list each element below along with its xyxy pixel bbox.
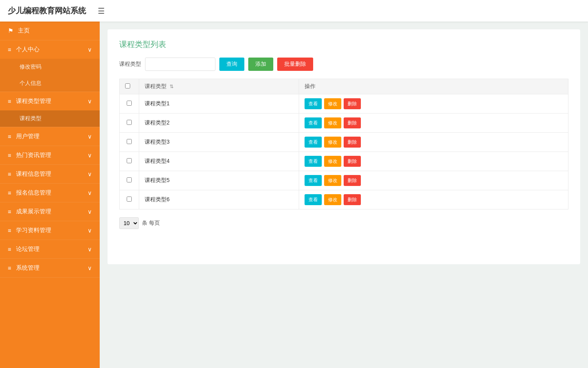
- row-checkbox[interactable]: [127, 139, 132, 144]
- row-course-type: 课程类型5: [139, 171, 299, 190]
- sidebar-group-personal: ≡ 个人中心 ∨ 修改密码 个人信息: [0, 40, 100, 92]
- sidebar-item-change-password[interactable]: 修改密码: [0, 59, 100, 75]
- row-checkbox[interactable]: [127, 101, 132, 106]
- sidebar-group-system-label: 系统管理: [16, 264, 39, 272]
- select-all-checkbox[interactable]: [125, 83, 130, 88]
- sidebar-group-system: ≡ 系统管理 ∨: [0, 259, 100, 278]
- sidebar-group-study-resource-header[interactable]: ≡ 学习资料管理 ∨: [0, 221, 100, 240]
- view-button[interactable]: 查看: [305, 194, 322, 205]
- course-type-table: 课程类型 ⇅ 操作 课程类型1 查看 修改 删除: [119, 79, 568, 209]
- view-button[interactable]: 查看: [305, 117, 322, 128]
- sidebar-group-course-info: ≡ 课程信息管理 ∨: [0, 165, 100, 184]
- personal-group-arrow: ∨: [88, 46, 92, 53]
- sidebar-item-home[interactable]: ⚑ 主页: [0, 22, 100, 40]
- sidebar-group-course-type-header[interactable]: ≡ 课程类型管理 ∨: [0, 92, 100, 110]
- sidebar-group-course-type-label: 课程类型管理: [16, 97, 51, 105]
- delete-button[interactable]: 删除: [344, 98, 361, 109]
- delete-button[interactable]: 删除: [344, 137, 361, 148]
- news-group-icon: ≡: [8, 152, 11, 159]
- sidebar-item-personal-info[interactable]: 个人信息: [0, 75, 100, 92]
- row-action-cell: 查看 修改 删除: [299, 94, 568, 114]
- edit-button[interactable]: 修改: [324, 175, 341, 186]
- system-group-icon: ≡: [8, 265, 11, 271]
- row-course-type: 课程类型6: [139, 190, 299, 209]
- add-button[interactable]: 添加: [248, 58, 273, 71]
- course-type-group-arrow: ∨: [88, 98, 92, 105]
- enroll-group-icon: ≡: [8, 189, 11, 196]
- row-action-cell: 查看 修改 删除: [299, 152, 568, 171]
- edit-button[interactable]: 修改: [324, 137, 341, 148]
- row-checkbox[interactable]: [127, 197, 132, 202]
- user-group-icon: ≡: [8, 133, 11, 140]
- view-button[interactable]: 查看: [305, 175, 322, 186]
- sidebar-item-home-label: 主页: [18, 27, 30, 34]
- row-checkbox[interactable]: [127, 158, 132, 163]
- table-header-row: 课程类型 ⇅ 操作: [120, 79, 568, 94]
- table-row: 课程类型2 查看 修改 删除: [120, 114, 568, 133]
- delete-button[interactable]: 删除: [344, 156, 361, 167]
- study-resource-group-arrow: ∨: [88, 227, 92, 234]
- row-checkbox[interactable]: [127, 177, 132, 182]
- course-info-group-icon: ≡: [8, 171, 11, 177]
- row-checkbox[interactable]: [127, 120, 132, 125]
- view-button[interactable]: 查看: [305, 137, 322, 148]
- sidebar-group-forum-label: 论坛管理: [16, 245, 39, 253]
- query-button[interactable]: 查询: [219, 58, 244, 71]
- per-page-select[interactable]: 10 20 50: [119, 217, 139, 229]
- menu-toggle-button[interactable]: ☰: [98, 6, 105, 16]
- row-action-cell: 查看 修改 删除: [299, 133, 568, 152]
- course-info-group-arrow: ∨: [88, 171, 92, 178]
- sidebar-group-news-header[interactable]: ≡ 热门资讯管理 ∨: [0, 146, 100, 164]
- sidebar-group-course-info-label: 课程信息管理: [16, 170, 51, 178]
- sort-icon: ⇅: [170, 84, 174, 89]
- row-checkbox-cell: [120, 190, 139, 209]
- sidebar-group-study-resource-label: 学习资料管理: [16, 227, 51, 234]
- table-row: 课程类型6 查看 修改 删除: [120, 190, 568, 209]
- row-action-cell: 查看 修改 删除: [299, 171, 568, 190]
- sidebar-group-achievement-label: 成果展示管理: [16, 208, 51, 215]
- row-action-cell: 查看 修改 删除: [299, 190, 568, 209]
- sidebar-group-user-header[interactable]: ≡ 用户管理 ∨: [0, 127, 100, 146]
- delete-button[interactable]: 删除: [344, 117, 361, 128]
- sidebar-group-course-info-header[interactable]: ≡ 课程信息管理 ∨: [0, 165, 100, 183]
- sidebar-group-forum-header[interactable]: ≡ 论坛管理 ∨: [0, 240, 100, 258]
- page-title: 课程类型列表: [119, 39, 568, 50]
- view-button[interactable]: 查看: [305, 98, 322, 109]
- content-card: 课程类型列表 课程类型 查询 添加 批量删除 课程类型: [108, 29, 580, 264]
- row-checkbox-cell: [120, 114, 139, 133]
- edit-button[interactable]: 修改: [324, 117, 341, 128]
- delete-button[interactable]: 删除: [344, 194, 361, 205]
- sidebar-group-enroll-label: 报名信息管理: [16, 189, 51, 197]
- sidebar-group-forum: ≡ 论坛管理 ∨: [0, 240, 100, 259]
- row-checkbox-cell: [120, 152, 139, 171]
- filter-input[interactable]: [145, 58, 215, 71]
- table-row: 课程类型4 查看 修改 删除: [120, 152, 568, 171]
- row-checkbox-cell: [120, 171, 139, 190]
- sidebar-item-course-type-list[interactable]: 课程类型: [0, 110, 100, 127]
- main-content: 课程类型列表 课程类型 查询 添加 批量删除 课程类型: [100, 22, 588, 368]
- th-action: 操作: [299, 79, 568, 94]
- batch-delete-button[interactable]: 批量删除: [277, 58, 313, 71]
- delete-button[interactable]: 删除: [344, 175, 361, 186]
- table-row: 课程类型3 查看 修改 删除: [120, 133, 568, 152]
- achievement-group-arrow: ∨: [88, 208, 92, 215]
- row-course-type: 课程类型2: [139, 114, 299, 133]
- th-checkbox: [120, 79, 139, 94]
- sidebar-group-enroll-header[interactable]: ≡ 报名信息管理 ∨: [0, 184, 100, 202]
- edit-button[interactable]: 修改: [324, 98, 341, 109]
- th-course-type[interactable]: 课程类型 ⇅: [139, 79, 299, 94]
- forum-group-icon: ≡: [8, 246, 11, 253]
- layout: ⚑ 主页 ≡ 个人中心 ∨ 修改密码 个人信息 ≡ 课程类型管理 ∨: [0, 22, 588, 368]
- course-type-group-icon: ≡: [8, 98, 11, 105]
- sidebar-group-personal-header[interactable]: ≡ 个人中心 ∨: [0, 40, 100, 59]
- edit-button[interactable]: 修改: [324, 194, 341, 205]
- pagination-row: 10 20 50 条 每页: [119, 217, 568, 229]
- sidebar-group-course-type: ≡ 课程类型管理 ∨ 课程类型: [0, 92, 100, 127]
- filter-row: 课程类型 查询 添加 批量删除: [119, 58, 568, 71]
- view-button[interactable]: 查看: [305, 156, 322, 167]
- sidebar-group-personal-label: 个人中心: [16, 46, 39, 53]
- edit-button[interactable]: 修改: [324, 156, 341, 167]
- sidebar-group-achievement-header[interactable]: ≡ 成果展示管理 ∨: [0, 202, 100, 221]
- sidebar-group-study-resource: ≡ 学习资料管理 ∨: [0, 221, 100, 240]
- sidebar-group-system-header[interactable]: ≡ 系统管理 ∨: [0, 259, 100, 277]
